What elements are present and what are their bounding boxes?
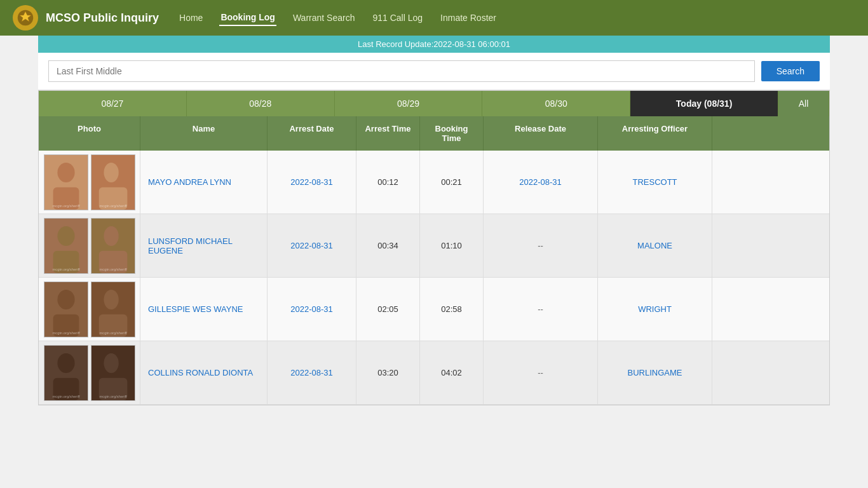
svg-point-19 — [57, 289, 74, 309]
col-arrest-date: Arrest Date — [268, 116, 356, 151]
booking-time-cell: 02:58 — [420, 278, 484, 341]
rows-container: mcgtn.org/sheriff mcgtn.org/sheriff MAYO… — [39, 151, 829, 405]
svg-point-23 — [104, 289, 118, 309]
booking-time-cell: 01:10 — [420, 214, 484, 277]
mugshot-side: mcgtn.org/sheriff — [91, 345, 135, 401]
nav-inmate-roster[interactable]: Inmate Roster — [439, 10, 498, 25]
col-photo: Photo — [39, 116, 140, 151]
svg-text:mcgtn.org/sheriff: mcgtn.org/sheriff — [52, 203, 80, 207]
arrest-date-cell: 2022-08-31 — [268, 214, 356, 277]
svg-text:mcgtn.org/sheriff: mcgtn.org/sheriff — [52, 330, 80, 334]
arrest-time-cell: 00:12 — [356, 151, 420, 214]
col-release-date: Release Date — [484, 116, 598, 151]
photo-cell[interactable]: mcgtn.org/sheriff mcgtn.org/sheriff — [39, 278, 140, 341]
tab-0828[interactable]: 08/28 — [187, 91, 335, 116]
col-arrest-time: Arrest Time — [356, 116, 420, 151]
release-date-cell: -- — [484, 341, 598, 404]
name-cell[interactable]: MAYO ANDREA LYNN — [140, 151, 268, 214]
nav-home[interactable]: Home — [178, 10, 204, 25]
col-booking-time: Booking Time — [420, 116, 484, 151]
arresting-officer-cell[interactable]: MALONE — [598, 214, 712, 277]
release-date-cell: -- — [484, 278, 598, 341]
table-row: mcgtn.org/sheriff mcgtn.org/sheriff LUNS… — [39, 214, 829, 278]
column-headers: Photo Name Arrest Date Arrest Time Booki… — [39, 116, 829, 151]
svg-text:mcgtn.org/sheriff: mcgtn.org/sheriff — [52, 394, 80, 398]
site-title: MCSO Public Inquiry — [46, 11, 159, 25]
mugshot-side: mcgtn.org/sheriff — [91, 218, 135, 274]
tab-0827[interactable]: 08/27 — [39, 91, 187, 116]
booking-time-cell: 00:21 — [420, 151, 484, 214]
arrest-date-cell: 2022-08-31 — [268, 341, 356, 404]
svg-text:mcgtn.org/sheriff: mcgtn.org/sheriff — [99, 394, 127, 398]
col-name: Name — [140, 116, 268, 151]
search-button[interactable]: Search — [761, 61, 820, 81]
status-bar: Last Record Update:2022-08-31 06:00:01 — [38, 36, 830, 53]
main-nav: Home Booking Log Warrant Search 911 Call… — [178, 10, 498, 26]
app-logo — [13, 5, 38, 30]
arrest-time-cell: 03:20 — [356, 341, 420, 404]
nav-warrant-search[interactable]: Warrant Search — [292, 10, 356, 25]
mugshot-front: mcgtn.org/sheriff — [44, 345, 88, 401]
arrest-date-cell: 2022-08-31 — [268, 278, 356, 341]
table-row: mcgtn.org/sheriff mcgtn.org/sheriff MAYO… — [39, 151, 829, 214]
name-cell[interactable]: LUNSFORD MICHAEL EUGENE — [140, 214, 268, 277]
search-input[interactable] — [48, 60, 755, 82]
arrest-date-cell: 2022-08-31 — [268, 151, 356, 214]
nav-booking-log[interactable]: Booking Log — [219, 10, 276, 26]
mugshot-front: mcgtn.org/sheriff — [44, 281, 88, 337]
name-cell[interactable]: GILLESPIE WES WAYNE — [140, 278, 268, 341]
arrest-time-cell: 00:34 — [356, 214, 420, 277]
svg-point-3 — [57, 162, 74, 182]
date-tabs: 08/27 08/28 08/29 08/30 Today (08/31) Al… — [39, 91, 829, 116]
release-date-cell: -- — [484, 214, 598, 277]
table-row: mcgtn.org/sheriff mcgtn.org/sheriff COLL… — [39, 341, 829, 405]
search-bar: Search — [38, 53, 830, 90]
svg-point-11 — [57, 226, 74, 245]
nav-911-call-log[interactable]: 911 Call Log — [371, 10, 424, 25]
photo-cell[interactable]: mcgtn.org/sheriff mcgtn.org/sheriff — [39, 214, 140, 277]
tab-0830[interactable]: 08/30 — [482, 91, 630, 116]
status-text: Last Record Update:2022-08-31 06:00:01 — [358, 39, 510, 49]
mugshot-side: mcgtn.org/sheriff — [91, 281, 135, 337]
svg-point-7 — [104, 162, 118, 182]
photo-cell[interactable]: mcgtn.org/sheriff mcgtn.org/sheriff — [39, 341, 140, 404]
name-cell[interactable]: COLLINS RONALD DIONTA — [140, 341, 268, 404]
svg-text:mcgtn.org/sheriff: mcgtn.org/sheriff — [99, 330, 127, 334]
arresting-officer-cell[interactable]: TRESCOTT — [598, 151, 712, 214]
table-row: mcgtn.org/sheriff mcgtn.org/sheriff GILL… — [39, 278, 829, 341]
mugshot-front: mcgtn.org/sheriff — [44, 218, 88, 274]
svg-point-31 — [104, 353, 118, 372]
arrest-time-cell: 02:05 — [356, 278, 420, 341]
svg-point-15 — [104, 226, 118, 245]
release-date-cell: 2022-08-31 — [484, 151, 598, 214]
nav-header: MCSO Public Inquiry Home Booking Log War… — [0, 0, 868, 36]
photo-cell[interactable]: mcgtn.org/sheriff mcgtn.org/sheriff — [39, 151, 140, 214]
svg-point-27 — [57, 353, 74, 372]
svg-text:mcgtn.org/sheriff: mcgtn.org/sheriff — [99, 267, 127, 271]
svg-text:mcgtn.org/sheriff: mcgtn.org/sheriff — [99, 203, 127, 207]
mugshot-side: mcgtn.org/sheriff — [91, 154, 135, 210]
tab-today[interactable]: Today (08/31) — [630, 91, 778, 116]
arresting-officer-cell[interactable]: BURLINGAME — [598, 341, 712, 404]
arresting-officer-cell[interactable]: WRIGHT — [598, 278, 712, 341]
booking-time-cell: 04:02 — [420, 341, 484, 404]
mugshot-front: mcgtn.org/sheriff — [44, 154, 88, 210]
booking-table: 08/27 08/28 08/29 08/30 Today (08/31) Al… — [38, 90, 830, 405]
svg-text:mcgtn.org/sheriff: mcgtn.org/sheriff — [52, 267, 80, 271]
main-content: Last Record Update:2022-08-31 06:00:01 S… — [0, 36, 868, 405]
col-arresting-officer: Arresting Officer — [598, 116, 712, 151]
tab-all[interactable]: All — [778, 91, 829, 116]
tab-0829[interactable]: 08/29 — [335, 91, 483, 116]
